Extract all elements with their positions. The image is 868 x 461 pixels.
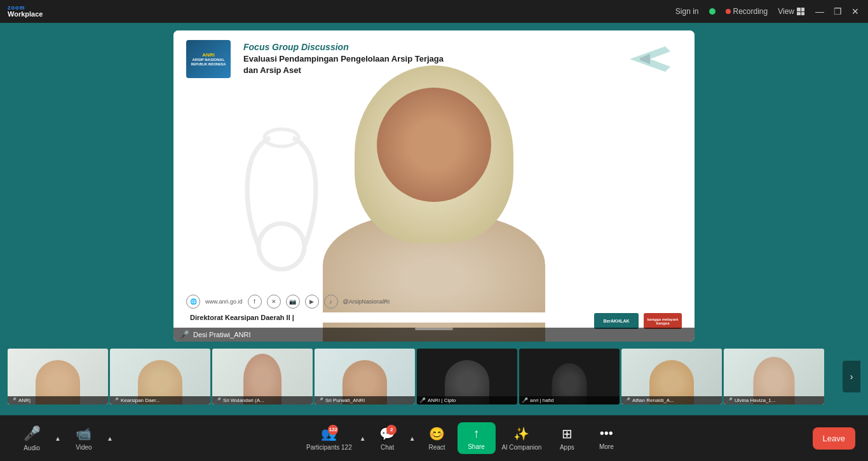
bangga-logo: bangga melayani bangsa: [644, 313, 682, 329]
twitter-icon: ✕: [267, 295, 281, 309]
thumbnail-5[interactable]: 🎤 ANRI | Cipto: [417, 349, 517, 404]
apps-label: Apps: [560, 444, 574, 451]
connection-status-dot: [709, 8, 715, 15]
share-icon: ↑: [473, 426, 480, 441]
presenter-face: [377, 88, 491, 202]
audio-label: Audio: [24, 444, 40, 451]
share-label: Share: [468, 443, 485, 450]
thumbnail-7[interactable]: 🎤 Alfian Renaldi_A...: [621, 349, 722, 404]
website-url: www.anri.go.id: [205, 298, 243, 305]
window-controls: — ❐ ✕: [815, 6, 860, 17]
participants-count-badge: 122: [328, 425, 338, 435]
facebook-icon: f: [248, 295, 262, 309]
berakhlak-logo: BerAKHLAK: [594, 313, 639, 329]
chat-caret-button[interactable]: ▲: [408, 434, 417, 443]
recording-label: Recording: [733, 7, 768, 16]
slide-fgd-label: Focus Group Discussion: [243, 42, 682, 52]
participants-icon-wrap: 👥 122: [321, 426, 337, 441]
ai-companion-label: Al Companion: [502, 444, 542, 451]
main-content: ANRI ARSIP NASIONAL REPUBLIK INDONESIA F…: [0, 23, 868, 461]
slide-title-line1: Evaluasi Pendampingan Pengelolaan Arsip …: [243, 54, 444, 63]
bottom-toolbar: 🎤 Audio ▲ 📹 Video ▲ 👥 122 Participants 1…: [0, 415, 868, 461]
thumb-name-5: 🎤 ANRI | Cipto: [417, 396, 517, 404]
main-video-container: ANRI ARSIP NASIONAL REPUBLIK INDONESIA F…: [173, 30, 695, 342]
leave-button[interactable]: Leave: [813, 427, 855, 450]
presenter-name: Desi Pratiwi_ANRI: [193, 331, 250, 338]
globe-icon: 🌐: [186, 295, 200, 309]
participants-button[interactable]: 👥 122 Participants 122: [301, 422, 357, 455]
more-icon: •••: [600, 426, 613, 441]
thumb-name-6: 🎤 anri | hafid: [519, 396, 620, 404]
thumb-name-2: 🎤 Kearsipan Daer...: [110, 396, 210, 404]
video-button[interactable]: 📹 Video: [65, 422, 103, 455]
titlebar-left: zoom Workplace: [8, 5, 43, 18]
microphone-icon: 🎤: [24, 425, 41, 441]
recording-dot: [726, 9, 731, 14]
thumb-name-1: 🎤 ANR|: [8, 396, 108, 404]
thumb-name-3: 🎤 Sri Wulandari (A...: [212, 396, 313, 404]
chat-button[interactable]: 💬 2 Chat: [369, 422, 407, 455]
video-camera-icon: 📹: [76, 427, 92, 441]
video-caret-button[interactable]: ▲: [105, 434, 114, 443]
ai-companion-button[interactable]: ✨ Al Companion: [497, 422, 547, 455]
tiktok-icon: ♪: [324, 295, 338, 309]
grid-view-icon: [797, 8, 804, 15]
video-label: Video: [76, 444, 92, 451]
mic-muted-icon: 🎤: [180, 330, 189, 339]
chat-icon-wrap: 💬 2: [379, 426, 395, 441]
apps-icon: ⊞: [562, 426, 573, 441]
share-button[interactable]: ↑ Share: [458, 422, 496, 454]
social-handle: @ArsipNasionalRI: [343, 298, 390, 305]
participants-caret-button[interactable]: ▲: [358, 434, 367, 443]
slide-org2: REPUBLIK INDONESIA: [191, 62, 226, 66]
workplace-brand: Workplace: [8, 11, 43, 18]
react-icon: 😊: [429, 426, 445, 441]
youtube-icon: ▶: [305, 295, 319, 309]
anri-logo: ANRI ARSIP NASIONAL REPUBLIK INDONESIA: [186, 40, 231, 78]
ai-companion-icon: ✨: [513, 426, 529, 441]
more-label: More: [599, 443, 614, 450]
brand-logos: BerAKHLAK bangga melayani bangsa: [594, 313, 682, 329]
thumbnail-6[interactable]: 🎤 anri | hafid: [519, 349, 620, 404]
slide-background: ANRI ARSIP NASIONAL REPUBLIK INDONESIA F…: [173, 30, 695, 342]
social-icons: 🌐 www.anri.go.id f ✕ 📷 ▶ ♪ @ArsipNasiona…: [186, 295, 682, 309]
titlebar-right: Sign in Recording View — ❐ ✕: [675, 6, 860, 17]
participants-label: Participants 122: [306, 444, 352, 451]
view-button[interactable]: View: [778, 7, 804, 16]
thumbnail-strip: 🎤 ANR| 🎤 Kearsipan Daer... 🎤 Sri Wulanda…: [8, 348, 860, 405]
chat-unread-badge: 2: [386, 425, 397, 435]
sign-in-button[interactable]: Sign in: [675, 7, 699, 16]
close-button[interactable]: ✕: [850, 6, 860, 17]
thumbnail-8[interactable]: 🎤 Ulvina Haviza_1...: [724, 349, 824, 404]
thumb-name-8: 🎤 Ulvina Haviza_1...: [724, 396, 824, 404]
thumb-name-7: 🎤 Alfian Renaldi_A...: [621, 396, 722, 404]
react-button[interactable]: 😊 React: [418, 422, 456, 455]
apps-button[interactable]: ⊞ Apps: [548, 422, 586, 455]
toolbar-center-group: 👥 122 Participants 122 ▲ 💬 2 Chat ▲ 😊 Re…: [301, 422, 625, 455]
audio-icon-wrap: 🎤: [24, 425, 41, 442]
titlebar: zoom Workplace Sign in Recording View — …: [0, 0, 868, 23]
svg-point-0: [259, 224, 304, 269]
slide-org: ARSIP NASIONAL: [191, 58, 226, 62]
audio-caret-button[interactable]: ▲: [53, 434, 62, 443]
video-icon-wrap: 📹: [76, 426, 92, 441]
toolbar-right-group: Leave: [813, 427, 855, 450]
zoom-logo: zoom Workplace: [8, 5, 43, 18]
main-video-bg: ANRI ARSIP NASIONAL REPUBLIK INDONESIA F…: [173, 30, 695, 342]
maximize-button[interactable]: ❐: [832, 6, 843, 17]
more-button[interactable]: ••• More: [587, 422, 625, 454]
view-label: View: [778, 7, 794, 16]
thumbnail-1[interactable]: 🎤 ANR|: [8, 349, 108, 404]
thumbnail-4[interactable]: 🎤 Sri Purwati_ANRI: [315, 349, 415, 404]
minimize-button[interactable]: —: [815, 6, 825, 17]
scroll-indicator: [415, 328, 453, 330]
stethoscope-decoration: [224, 94, 339, 284]
chat-label: Chat: [381, 444, 394, 451]
react-label: React: [428, 444, 445, 451]
audio-button[interactable]: 🎤 Audio: [13, 422, 51, 455]
thumbnail-3[interactable]: 🎤 Sri Wulandari (A...: [212, 349, 313, 404]
strip-next-arrow[interactable]: ›: [843, 361, 860, 392]
thumbnail-2[interactable]: 🎤 Kearsipan Daer...: [110, 349, 210, 404]
thumb-name-4: 🎤 Sri Purwati_ANRI: [315, 396, 415, 404]
instagram-icon: 📷: [286, 295, 300, 309]
